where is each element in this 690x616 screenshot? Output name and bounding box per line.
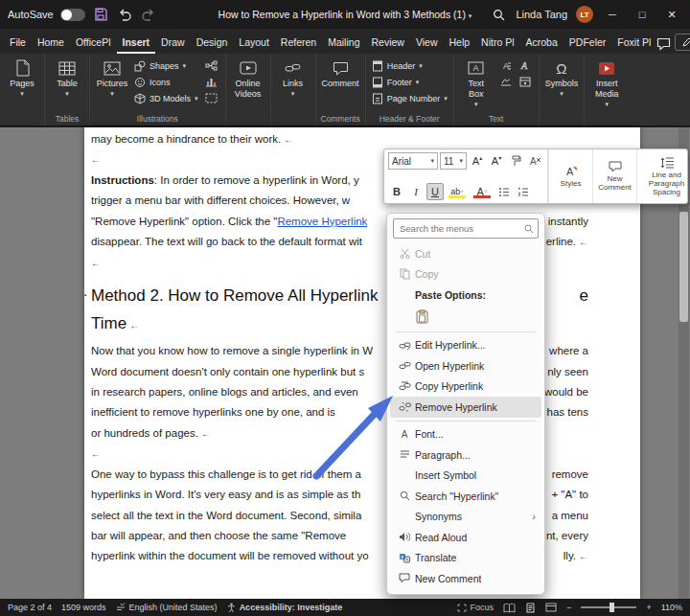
symbols-button[interactable]: Ω Symbols ▾ — [542, 56, 582, 99]
read-mode-button[interactable] — [503, 603, 516, 613]
font-color-button[interactable]: A▾ — [471, 183, 494, 200]
hyperlink-text[interactable]: Remove Hyperlink — [277, 216, 367, 227]
tab-draw[interactable]: Draw — [155, 32, 191, 54]
3d-models-button[interactable]: 3D Models ▾ — [131, 90, 201, 106]
menu-search-box[interactable] — [393, 218, 539, 239]
autosave-toggle[interactable] — [60, 9, 85, 21]
save-icon[interactable] — [92, 6, 109, 23]
zoom-slider-knob[interactable] — [610, 603, 614, 612]
format-painter-button[interactable] — [507, 152, 524, 170]
zoom-out-button[interactable]: − — [566, 603, 571, 612]
smartart-button[interactable] — [203, 58, 220, 73]
chart-button[interactable] — [203, 75, 220, 89]
menu-item-read-aloud[interactable]: Read Aloud — [390, 527, 541, 548]
tab-design[interactable]: Design — [191, 32, 234, 54]
redo-icon[interactable] — [140, 6, 157, 23]
tab-references[interactable]: Referen — [275, 32, 322, 54]
line-spacing-button[interactable]: Line andParagraph Spacing — [636, 149, 690, 203]
tab-officeplus[interactable]: OfficePl — [70, 32, 117, 54]
header-button[interactable]: Header ▾ — [369, 57, 450, 74]
menu-item-copy-hyperlink[interactable]: Copy Hyperlink — [390, 376, 541, 398]
menu-item-paragraph[interactable]: Paragraph... — [390, 445, 541, 466]
new-comment-button[interactable]: NewComment — [592, 149, 636, 203]
tab-foxit[interactable]: Foxit Pl — [611, 32, 656, 54]
print-layout-button[interactable] — [525, 603, 536, 613]
proofing-status[interactable]: English (United States) — [116, 603, 218, 612]
close-button[interactable]: ✕ — [661, 4, 682, 25]
paste-keep-source-button[interactable] — [411, 307, 432, 328]
italic-button[interactable]: I — [407, 183, 425, 200]
insert-media-button[interactable]: Insert Media ▾ — [587, 56, 626, 109]
avatar[interactable]: LT — [576, 6, 593, 23]
tab-review[interactable]: Review — [365, 32, 409, 54]
grow-font-button[interactable]: A▴ — [469, 152, 486, 170]
tab-layout[interactable]: Layout — [233, 32, 275, 54]
table-button[interactable]: Table ▾ — [48, 56, 86, 99]
wordart-button[interactable]: A — [517, 58, 534, 73]
menu-item-font[interactable]: A Font... — [390, 424, 541, 445]
comments-icon[interactable] — [656, 34, 671, 54]
menu-item-open-hyperlink[interactable]: Open Hyperlink — [390, 355, 541, 376]
paragraph-mark: ← — [284, 134, 293, 145]
numbering-button[interactable] — [515, 183, 532, 200]
page-indicator[interactable]: Page 2 of 4 — [8, 603, 52, 612]
bullets-button[interactable] — [495, 183, 513, 200]
menu-search-input[interactable] — [398, 222, 524, 235]
word-count[interactable]: 1509 words — [61, 603, 106, 612]
comment-button[interactable]: Comment — [319, 56, 362, 88]
font-size-select[interactable]: 11▾ — [440, 152, 467, 170]
menu-item-search-hyperlink[interactable]: Search "Hyperlink" — [390, 486, 541, 507]
undo-icon[interactable] — [116, 6, 133, 23]
tab-home[interactable]: Home — [32, 32, 70, 54]
links-button[interactable]: Links ▾ — [274, 56, 312, 99]
font-color-bar — [473, 195, 491, 198]
zoom-slider[interactable] — [581, 606, 636, 608]
tab-pdfelement[interactable]: PDFeler — [564, 32, 612, 54]
tab-nitro-pro[interactable]: Nitro Pl — [475, 32, 519, 54]
page-number-button[interactable]: Page Number ▾ — [369, 90, 450, 106]
web-layout-button[interactable] — [545, 603, 557, 612]
tab-insert[interactable]: Insert — [117, 32, 156, 54]
menu-item-synonyms[interactable]: Synonyms › — [390, 507, 541, 528]
tab-mailings[interactable]: Mailing — [322, 32, 365, 54]
menu-item-edit-hyperlink[interactable]: Edit Hyperlink... — [390, 335, 541, 356]
font-name-select[interactable]: Arial▾ — [388, 152, 438, 170]
shrink-font-button[interactable]: A▾ — [488, 152, 505, 170]
scrollbar-thumb[interactable] — [679, 212, 688, 322]
chevron-down-icon: ▾ — [419, 62, 423, 70]
shapes-button[interactable]: Shapes ▾ — [131, 57, 201, 74]
styles-button[interactable]: A Styles — [548, 149, 592, 203]
bold-button[interactable]: B — [388, 183, 405, 200]
signature-line-button[interactable] — [497, 75, 515, 89]
accessibility-status[interactable]: Accessibility: Investigate — [227, 603, 343, 612]
minimize-button[interactable]: ─ — [602, 4, 623, 25]
tab-view[interactable]: View — [410, 32, 444, 54]
title-chevron-down-icon[interactable]: ▾ — [469, 12, 472, 19]
menu-item-new-comment[interactable]: New Comment — [390, 568, 541, 589]
search-icon[interactable] — [490, 6, 507, 23]
pages-button[interactable]: Pages ▾ — [3, 56, 41, 99]
spellcheck-icon — [116, 603, 126, 612]
pictures-button[interactable]: Pictures ▾ — [93, 56, 131, 99]
footer-button[interactable]: Footer ▾ — [369, 74, 450, 90]
tab-acrobat[interactable]: Acroba — [520, 32, 564, 54]
zoom-level[interactable]: 110% — [661, 603, 682, 612]
editing-mode-button[interactable]: Editing ▾ — [675, 34, 690, 51]
menu-item-remove-hyperlink[interactable]: Remove Hyperlink — [390, 397, 541, 418]
online-videos-button[interactable]: Online Videos — [229, 56, 267, 99]
screenshot-button[interactable] — [203, 91, 220, 105]
tab-file[interactable]: File — [4, 32, 32, 54]
text-box-button[interactable]: A Text Box ▾ — [457, 56, 495, 109]
menu-item-insert-symbol[interactable]: Insert Symbol — [390, 466, 541, 487]
menu-item-translate[interactable]: aA Translate — [390, 548, 541, 569]
clear-formatting-button[interactable]: A — [526, 152, 543, 170]
date-time-button[interactable] — [517, 75, 534, 89]
quick-parts-button[interactable]: A — [497, 58, 515, 73]
highlight-button[interactable]: ab▾ — [446, 183, 469, 200]
icons-button[interactable]: Icons — [131, 74, 201, 90]
underline-button[interactable]: U — [426, 183, 444, 200]
zoom-in-button[interactable]: + — [646, 603, 651, 612]
tab-help[interactable]: Help — [443, 32, 475, 54]
focus-mode-button[interactable]: Focus — [457, 603, 494, 612]
maximize-button[interactable]: □ — [632, 4, 653, 25]
